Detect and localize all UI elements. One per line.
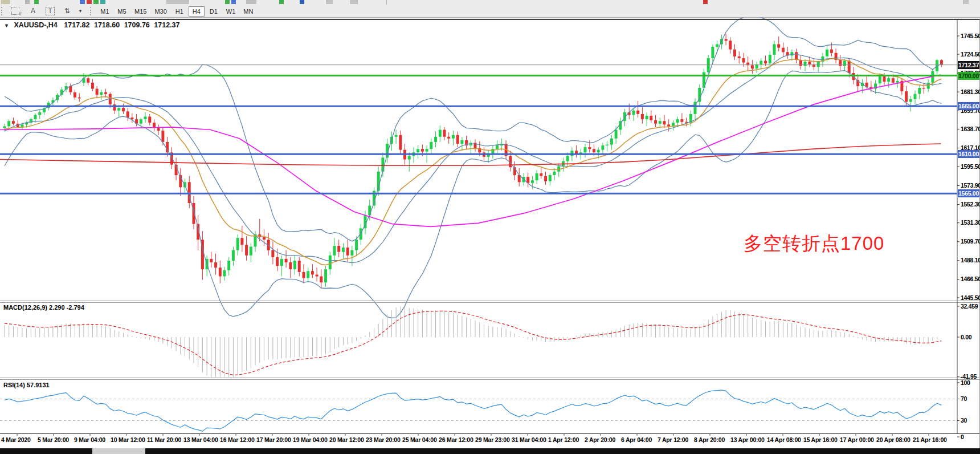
time-axis-label: 14 Apr 08:00 xyxy=(767,436,801,443)
clipped-icon xyxy=(246,0,256,4)
macd-indicator-label: MACD(12,26,9) 2.290 -2.794 xyxy=(3,304,84,311)
chart-annotation-text: 多空转折点1700 xyxy=(744,231,884,257)
window-bottom-edge-gap xyxy=(92,448,145,454)
clipped-icon xyxy=(25,0,30,4)
timeframe-button-h4[interactable]: H4 xyxy=(189,6,205,17)
price-axis-tick: 1552.30 xyxy=(961,201,980,208)
time-axis-label: 6 Apr 04:00 xyxy=(621,436,652,443)
ohlc-high: 1718.60 xyxy=(94,21,120,29)
timeframe-button-d1[interactable]: D1 xyxy=(206,6,222,17)
price-axis-tick: 1466.50 xyxy=(961,275,980,282)
time-axis-label: 21 Apr 16:00 xyxy=(913,436,947,443)
price-axis-tick: 1745.50 xyxy=(961,33,980,39)
window-bottom-edge xyxy=(0,448,980,454)
time-axis-label: 23 Mar 20:00 xyxy=(366,436,401,443)
ohlc-open: 1717.82 xyxy=(64,21,89,29)
toolbar-panel-edge xyxy=(386,0,387,5)
clipped-icon xyxy=(231,0,236,4)
price-badge-1610.00: 1610.00 xyxy=(958,150,979,158)
time-axis-label: 10 Mar 12:00 xyxy=(111,436,145,443)
rsi-indicator-label: RSI(14) 57.9131 xyxy=(3,382,50,388)
clipped-icon xyxy=(166,0,189,4)
ohlc-close: 1712.37 xyxy=(154,21,179,29)
clipped-icon xyxy=(34,0,39,4)
terminal-window: F A T ⇅ ▾ M1M5M15M30H1H4D1W1MN 1745.5017… xyxy=(0,0,980,454)
timeframe-button-m1[interactable]: M1 xyxy=(97,6,113,17)
time-axis-label: 26 Mar 12:00 xyxy=(439,436,473,443)
symbol-dropdown-caret[interactable]: ▼ xyxy=(4,23,9,29)
price-axis-tick: 1573.90 xyxy=(961,182,980,189)
clipped-icon xyxy=(100,0,105,4)
price-axis-tick: 1595.50 xyxy=(961,163,980,170)
timeframe-button-m30[interactable]: M30 xyxy=(151,6,170,17)
chart-canvas[interactable]: 1745.501724.501702.901681.301659.701638.… xyxy=(0,0,980,454)
snap-box-tool-icon[interactable]: F xyxy=(9,6,23,16)
price-axis-tick: 1724.50 xyxy=(961,51,980,58)
time-axis-label: 17 Apr 00:00 xyxy=(840,436,874,443)
text-label-tool-icon[interactable]: A xyxy=(26,6,40,16)
price-axis-tick: 1638.70 xyxy=(961,125,980,132)
price-badge-1700.00: 1700.00 xyxy=(958,72,979,80)
clipped-icon xyxy=(326,0,333,4)
time-axis-label: 13 Apr 00:00 xyxy=(730,436,765,443)
clipped-icon xyxy=(350,0,358,4)
time-axis-label: 17 Mar 20:00 xyxy=(256,436,291,443)
clipped-icon xyxy=(703,0,708,4)
text-box-tool-icon[interactable]: T xyxy=(43,6,57,16)
price-axis-tick: 1445.50 xyxy=(961,294,980,301)
rsi-axis-tick: 70 xyxy=(961,395,967,402)
price-axis-tick: 1681.30 xyxy=(961,88,980,95)
time-axis-label: 7 Apr 12:00 xyxy=(658,436,688,443)
timeframe-button-m5[interactable]: M5 xyxy=(114,6,130,17)
clipped-icon xyxy=(963,0,969,4)
clipped-icon xyxy=(300,0,304,4)
time-axis-label: 29 Mar 23:00 xyxy=(475,436,510,443)
timeframe-button-m15[interactable]: M15 xyxy=(131,6,150,17)
macd-axis-tick: 0.00 xyxy=(961,334,972,340)
time-axis-label: 15 Apr 16:00 xyxy=(803,436,838,443)
cursor-arrows-tool-icon[interactable]: ⇅ xyxy=(60,6,74,16)
timeframe-button-group: M1M5M15M30H1H4D1W1MN xyxy=(96,6,257,17)
time-axis-label: 19 Mar 04:00 xyxy=(293,436,328,443)
time-axis-label: 2 Apr 20:00 xyxy=(585,436,615,443)
time-axis-label: 8 Apr 20:00 xyxy=(694,436,725,443)
clipped-icon xyxy=(93,0,99,4)
timeframe-button-w1[interactable]: W1 xyxy=(223,6,239,17)
price-badge-1665.00: 1665.00 xyxy=(958,102,979,110)
ohlc-low: 1709.76 xyxy=(124,21,150,29)
time-axis-label: 1 Apr 12:00 xyxy=(548,436,579,443)
clipped-icon xyxy=(225,0,230,4)
tools-dropdown-icon[interactable]: ▾ xyxy=(77,6,83,16)
price-badge-1712.37: 1712.37 xyxy=(958,61,979,69)
symbol-period: XAUUSD-,H4 xyxy=(14,21,57,29)
toolbar-grip[interactable] xyxy=(1,7,2,15)
price-axis-tick: 1488.10 xyxy=(961,257,980,264)
time-axis-label: 11 Mar 20:00 xyxy=(147,436,181,443)
clipped-icon xyxy=(279,0,284,4)
time-axis-label: 9 Mar 04:00 xyxy=(74,436,105,443)
time-axis-label: 13 Mar 04:00 xyxy=(183,436,218,443)
timeframe-button-h1[interactable]: H1 xyxy=(172,6,187,17)
time-axis-label: 16 Mar 12:00 xyxy=(220,436,255,443)
timeframe-button-mn[interactable]: MN xyxy=(240,6,256,17)
rsi-axis-tick: 0 xyxy=(961,433,964,440)
time-axis-label: 5 Mar 20:00 xyxy=(38,436,69,443)
time-axis-label: 25 Mar 04:00 xyxy=(402,436,437,443)
rsi-axis-tick: 30 xyxy=(961,417,967,424)
chart-title: ▼ XAUUSD-,H4 1717.82 1718.60 1709.76 171… xyxy=(4,21,180,29)
time-axis-label: 20 Apr 08:00 xyxy=(876,436,910,443)
time-axis-label: 20 Mar 12:00 xyxy=(329,436,364,443)
toolbar-grip[interactable] xyxy=(90,7,91,15)
time-axis-label: 4 Mar 2020 xyxy=(1,436,31,443)
clipped-icon xyxy=(80,0,85,4)
price-badge-1565.00: 1565.00 xyxy=(958,189,979,197)
time-axis-label: 31 Mar 04:00 xyxy=(512,436,546,443)
macd-axis-tick: 32.459 xyxy=(961,303,978,310)
rsi-axis-tick: 100 xyxy=(961,379,970,386)
chart-toolbar: F A T ⇅ ▾ M1M5M15M30H1H4D1W1MN xyxy=(0,5,980,18)
price-axis-tick: 1509.70 xyxy=(961,238,980,245)
clipped-toolbar-row xyxy=(0,0,980,5)
price-axis-tick: 1531.30 xyxy=(961,219,980,226)
clipped-icon xyxy=(87,0,92,4)
clipped-icon xyxy=(1,0,10,4)
